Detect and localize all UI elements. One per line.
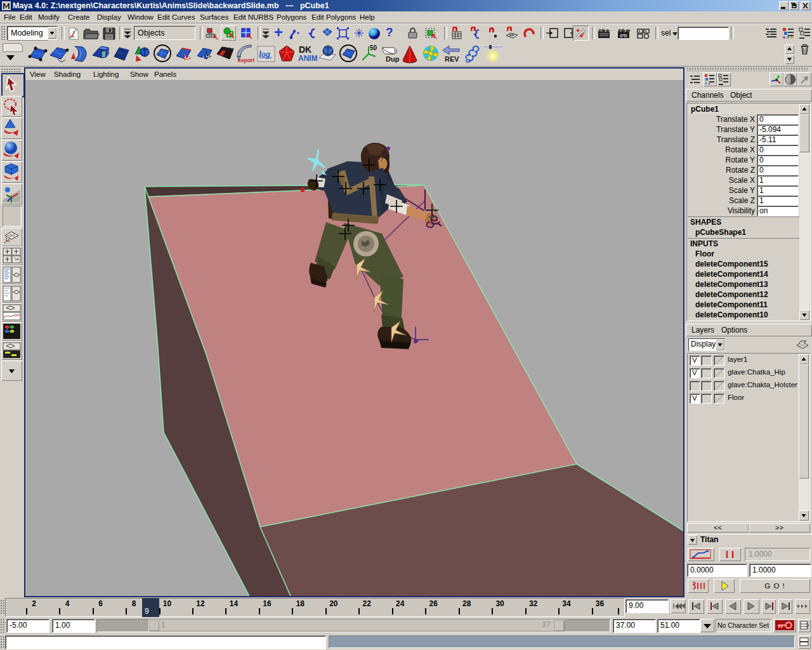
svg-text:Dup: Dup [386, 55, 400, 63]
svg-text:ANIM: ANIM [298, 54, 317, 63]
svg-text:DK: DK [299, 44, 311, 55]
svg-text:REV: REV [445, 55, 459, 63]
svg-text:IPR: IPR [620, 34, 627, 38]
svg-text:export: export [238, 57, 254, 63]
svg-text:50: 50 [370, 44, 377, 51]
